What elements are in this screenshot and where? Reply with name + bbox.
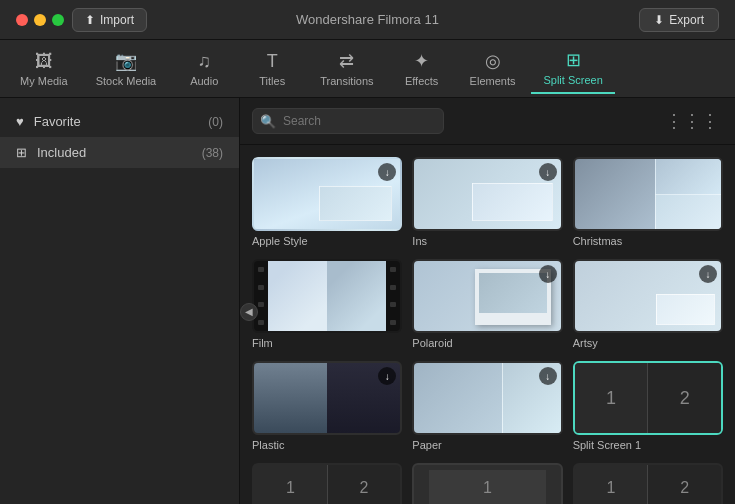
christmas-panel-bottom bbox=[655, 194, 721, 230]
nav-item-effects[interactable]: ✦ Effects bbox=[390, 44, 454, 93]
effects-icon: ✦ bbox=[414, 50, 429, 72]
split-right-panel: 2 bbox=[648, 363, 721, 433]
download-badge-artsy: ↓ bbox=[699, 265, 717, 283]
maximize-button[interactable] bbox=[52, 14, 64, 26]
plastic-left bbox=[254, 363, 327, 433]
grid-view-toggle[interactable]: ⋮⋮⋮ bbox=[661, 106, 723, 136]
label-christmas: Christmas bbox=[573, 235, 723, 247]
label-artsy: Artsy bbox=[573, 337, 723, 349]
thumb-partial-3: 1 2 bbox=[573, 463, 723, 504]
sidebar: ♥ Favorite (0) ⊞ Included (38) bbox=[0, 98, 240, 504]
sidebar-label-included: Included bbox=[37, 145, 86, 160]
sidebar-item-favorite[interactable]: ♥ Favorite (0) bbox=[0, 106, 239, 137]
nav-item-my-media[interactable]: 🖼 My Media bbox=[8, 45, 80, 93]
content-area: 🔍 ⋮⋮⋮ ↓ Apple Style bbox=[240, 98, 735, 504]
grid-item-partial-3[interactable]: 1 2 bbox=[573, 463, 723, 504]
label-apple-style: Apple Style bbox=[252, 235, 402, 247]
thumb-christmas bbox=[573, 157, 723, 231]
film-frame-1 bbox=[268, 261, 327, 331]
thumb-plastic: ↓ bbox=[252, 361, 402, 435]
nav-label-my-media: My Media bbox=[20, 75, 68, 87]
grid-item-film[interactable]: Film bbox=[252, 259, 402, 349]
stock-media-icon: 📷 bbox=[115, 50, 137, 72]
film-frame-2 bbox=[327, 261, 386, 331]
titles-icon: T bbox=[267, 51, 278, 72]
included-badge: (38) bbox=[202, 146, 223, 160]
label-film: Film bbox=[252, 337, 402, 349]
nav-item-transitions[interactable]: ⇄ Transitions bbox=[308, 44, 385, 93]
collapse-sidebar-button[interactable]: ◀ bbox=[240, 303, 258, 321]
titlebar-left: ⬆ Import bbox=[16, 8, 147, 32]
search-input[interactable] bbox=[252, 108, 444, 134]
thumb-apple-style: ↓ bbox=[252, 157, 402, 231]
import-label: Import bbox=[100, 13, 134, 27]
import-icon: ⬆ bbox=[85, 13, 95, 27]
split-left-panel: 1 bbox=[575, 363, 649, 433]
elements-icon: ◎ bbox=[485, 50, 501, 72]
grid-item-polaroid[interactable]: ↓ Polaroid bbox=[412, 259, 562, 349]
label-ins: Ins bbox=[412, 235, 562, 247]
thumb-paper: ↓ bbox=[412, 361, 562, 435]
grid-item-ins[interactable]: ↓ Ins bbox=[412, 157, 562, 247]
close-button[interactable] bbox=[16, 14, 28, 26]
label-plastic: Plastic bbox=[252, 439, 402, 451]
import-button[interactable]: ⬆ Import bbox=[72, 8, 147, 32]
grid-scroll[interactable]: ↓ Apple Style ↓ Ins bbox=[240, 145, 735, 504]
sidebar-item-included[interactable]: ⊞ Included (38) bbox=[0, 137, 239, 168]
artsy-small bbox=[656, 294, 715, 326]
export-icon: ⬇ bbox=[654, 13, 664, 27]
favorite-badge: (0) bbox=[208, 115, 223, 129]
nav-label-transitions: Transitions bbox=[320, 75, 373, 87]
nav-label-audio: Audio bbox=[190, 75, 218, 87]
label-polaroid: Polaroid bbox=[412, 337, 562, 349]
traffic-lights bbox=[16, 14, 64, 26]
thumb-ins: ↓ bbox=[412, 157, 562, 231]
search-wrapper: 🔍 bbox=[252, 108, 653, 134]
export-button[interactable]: ⬇ Export bbox=[639, 8, 719, 32]
search-icon: 🔍 bbox=[260, 114, 276, 129]
nav-label-effects: Effects bbox=[405, 75, 438, 87]
transitions-icon: ⇄ bbox=[339, 50, 354, 72]
nav-label-stock-media: Stock Media bbox=[96, 75, 157, 87]
main-area: ♥ Favorite (0) ⊞ Included (38) ◀ 🔍 ⋮⋮⋮ bbox=[0, 98, 735, 504]
search-bar: 🔍 ⋮⋮⋮ bbox=[240, 98, 735, 145]
grid-item-partial-2[interactable]: 1 bbox=[412, 463, 562, 504]
nav-label-titles: Titles bbox=[259, 75, 285, 87]
sidebar-label-favorite: Favorite bbox=[34, 114, 81, 129]
grid-item-paper[interactable]: ↓ Paper bbox=[412, 361, 562, 451]
nav-label-split-screen: Split Screen bbox=[543, 74, 602, 86]
split-screen-icon: ⊞ bbox=[566, 49, 581, 71]
download-badge-polaroid: ↓ bbox=[539, 265, 557, 283]
grid-item-partial-1[interactable]: 1 2 bbox=[252, 463, 402, 504]
nav-item-elements[interactable]: ◎ Elements bbox=[458, 44, 528, 93]
export-label: Export bbox=[669, 13, 704, 27]
grid-item-split-screen-1[interactable]: 1 2 Split Screen 1 bbox=[573, 361, 723, 451]
grid-item-artsy[interactable]: ↓ Artsy bbox=[573, 259, 723, 349]
nav-item-stock-media[interactable]: 📷 Stock Media bbox=[84, 44, 169, 93]
thumb-polaroid: ↓ bbox=[412, 259, 562, 333]
ins-overlay bbox=[472, 183, 552, 222]
nav-item-titles[interactable]: T Titles bbox=[240, 45, 304, 93]
nav-item-audio[interactable]: ♫ Audio bbox=[172, 45, 236, 93]
minimize-button[interactable] bbox=[34, 14, 46, 26]
nav-item-split-screen[interactable]: ⊞ Split Screen bbox=[531, 43, 614, 94]
christmas-panel-top bbox=[655, 159, 721, 194]
grid-icon: ⊞ bbox=[16, 145, 27, 160]
label-split-screen-1: Split Screen 1 bbox=[573, 439, 723, 451]
audio-icon: ♫ bbox=[197, 51, 211, 72]
film-sprocket-right bbox=[386, 261, 400, 331]
grid-item-plastic[interactable]: ↓ Plastic bbox=[252, 361, 402, 451]
heart-icon: ♥ bbox=[16, 114, 24, 129]
film-strip bbox=[254, 261, 400, 331]
grid-item-apple-style[interactable]: ↓ Apple Style bbox=[252, 157, 402, 247]
thumb-partial-1: 1 2 bbox=[252, 463, 402, 504]
label-paper: Paper bbox=[412, 439, 562, 451]
film-sprocket-left bbox=[254, 261, 268, 331]
top-nav: 🖼 My Media 📷 Stock Media ♫ Audio T Title… bbox=[0, 40, 735, 98]
thumb-film bbox=[252, 259, 402, 333]
grid-item-christmas[interactable]: Christmas bbox=[573, 157, 723, 247]
app-title: Wondershare Filmora 11 bbox=[296, 12, 439, 27]
items-grid: ↓ Apple Style ↓ Ins bbox=[252, 157, 723, 504]
thumb-artsy: ↓ bbox=[573, 259, 723, 333]
titlebar: ⬆ Import Wondershare Filmora 11 ⬇ Export bbox=[0, 0, 735, 40]
